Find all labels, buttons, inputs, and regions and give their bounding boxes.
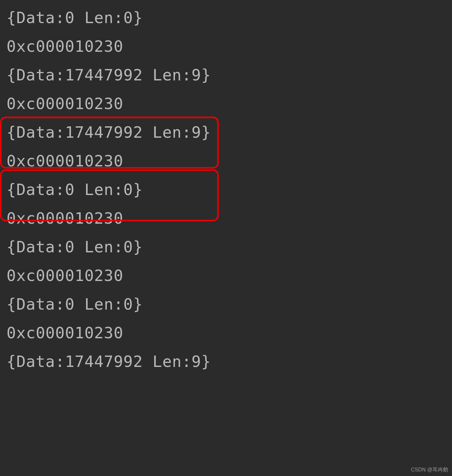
output-line: {Data:0 Len:0} [0, 232, 452, 261]
output-line: 0xc000010230 [0, 261, 452, 290]
highlighted-section: {Data:17447992 Len:9} 0xc000010230 {Data… [0, 118, 452, 232]
output-line: {Data:0 Len:0} [0, 3, 452, 32]
output-line: 0xc000010230 [0, 318, 452, 347]
output-line: 0xc000010230 [0, 32, 452, 61]
output-line: {Data:0 Len:0} [0, 175, 452, 204]
watermark-text: CSDN @耳冉鹅 [411, 467, 448, 473]
output-line: {Data:17447992 Len:9} [0, 118, 452, 147]
output-line: {Data:17447992 Len:9} [0, 61, 452, 89]
terminal-output: {Data:0 Len:0} 0xc000010230 {Data:174479… [0, 0, 452, 376]
output-line: 0xc000010230 [0, 204, 452, 232]
output-line: 0xc000010230 [0, 147, 452, 175]
output-line: 0xc000010230 [0, 89, 452, 118]
output-line: {Data:0 Len:0} [0, 290, 452, 318]
output-line: {Data:17447992 Len:9} [0, 347, 452, 376]
